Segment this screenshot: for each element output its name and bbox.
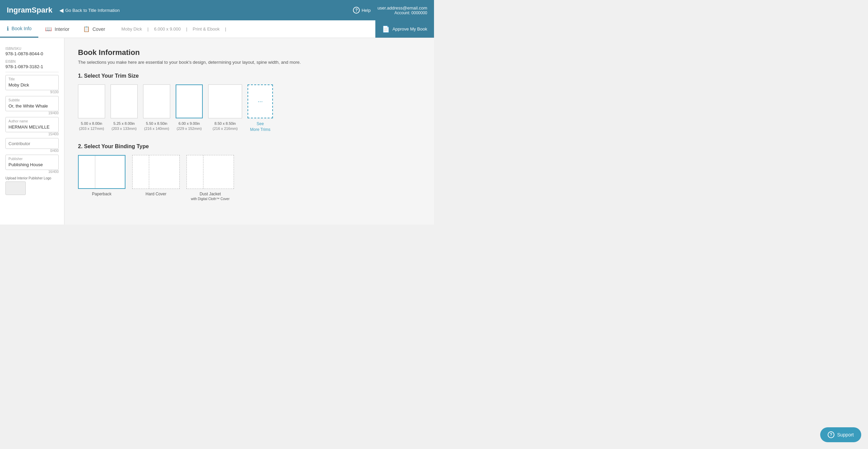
help-icon: ?: [353, 7, 360, 14]
account-number: Account: 0000000: [377, 11, 427, 15]
eisbn-value: 978-1-0879-3182-1: [5, 64, 59, 69]
breadcrumb-sep1: |: [147, 26, 149, 32]
nav-tabs: ℹ Book Info 📖 Interior 📋 Cover Moby Dick…: [0, 20, 434, 38]
trim-item-2[interactable]: 5.50 x 8.50in(216 x 140mm): [143, 84, 170, 133]
publisher-group: Publisher 16/400: [5, 155, 59, 174]
trim-item-4[interactable]: 8.50 x 8.50in(216 x 216mm): [208, 84, 242, 133]
trim-label-0: 5.00 x 8.00in(203 x 127mm): [79, 121, 104, 132]
breadcrumb-sep2: |: [186, 26, 187, 32]
subtitle-input-wrapper: Subtitle: [5, 96, 59, 111]
header-right: ? Help user.address@email.com Account: 0…: [353, 5, 427, 15]
tab-interior-label: Interior: [55, 26, 70, 32]
subtitle-input-label: Subtitle: [8, 98, 56, 102]
trim-item-1[interactable]: 5.25 x 8.00in(203 x 133mm): [111, 84, 138, 133]
author-group: Author name 15/400: [5, 117, 59, 136]
trim-label-2: 5.50 x 8.50in(216 x 140mm): [144, 121, 169, 132]
user-email: user.address@email.com: [377, 5, 427, 11]
publisher-input-label: Publisher: [8, 157, 56, 161]
isbn-label: ISBN/SKU: [5, 47, 59, 51]
back-arrow-icon: ◀: [59, 7, 63, 14]
trim-book-4: [208, 84, 242, 118]
publisher-char-count: 16/400: [5, 170, 59, 174]
trim-more-label: SeeMore Trims: [250, 121, 271, 133]
trim-item-0[interactable]: 5.00 x 8.00in(203 x 127mm): [78, 84, 105, 133]
binding-spine-dustjacket: [203, 155, 204, 189]
publisher-input[interactable]: [8, 162, 56, 167]
binding-item-dustjacket[interactable]: Dust Jacketwith Digital Cloth™ Cover: [186, 155, 234, 201]
binding-label-dustjacket: Dust Jacketwith Digital Cloth™ Cover: [191, 192, 230, 201]
breadcrumb-sep3: |: [225, 26, 226, 32]
approve-icon: 📄: [382, 25, 390, 33]
author-char-count: 15/400: [5, 132, 59, 136]
upload-logo-button[interactable]: [5, 181, 26, 195]
contributor-group: 0/400: [5, 138, 59, 153]
book-info-icon: ℹ: [7, 25, 9, 32]
contributor-input[interactable]: [8, 141, 56, 146]
trim-item-more[interactable]: ··· SeeMore Trims: [248, 84, 273, 133]
author-input-wrapper: Author name: [5, 117, 59, 132]
logo: IngramSpark: [7, 6, 53, 15]
trim-grid: 5.00 x 8.00in(203 x 127mm) 5.25 x 8.00in…: [78, 84, 420, 133]
subtitle-group: Subtitle 19/400: [5, 96, 59, 115]
binding-book-paperback: [78, 155, 125, 189]
help-button[interactable]: ? Help: [353, 7, 371, 14]
binding-item-paperback[interactable]: Paperback: [78, 155, 125, 201]
binding-grid: Paperback Hard Cover Dust Jacketwith Dig…: [78, 155, 420, 201]
cover-icon: 📋: [83, 26, 90, 32]
trim-book-2: [143, 84, 170, 118]
tab-interior[interactable]: 📖 Interior: [38, 20, 76, 38]
trim-label-1: 5.25 x 8.00in(203 x 133mm): [112, 121, 137, 132]
subtitle-char-count: 19/400: [5, 111, 59, 115]
title-input-label: Title: [8, 77, 56, 81]
tab-book-info-label: Book Info: [12, 26, 32, 31]
binding-item-hardcover[interactable]: Hard Cover: [132, 155, 180, 201]
breadcrumb: Moby Dick | 6.000 x 9.000 | Print & Eboo…: [112, 20, 375, 38]
tab-book-info[interactable]: ℹ Book Info: [0, 20, 38, 38]
main-layout: ISBN/SKU 978-1-0878-8044-0 EISBN 978-1-0…: [0, 38, 434, 224]
header: IngramSpark ◀ Go Back to Title Informati…: [0, 0, 434, 20]
trim-book-1: [111, 84, 138, 118]
title-char-count: 9/100: [5, 90, 59, 94]
help-label: Help: [361, 8, 371, 13]
trim-label-3: 6.00 x 9.00in(229 x 152mm): [177, 121, 202, 132]
upload-logo-label: Upload Interior Publisher Logo: [5, 176, 59, 180]
eisbn-label: EISBN: [5, 60, 59, 63]
trim-label-4: 8.50 x 8.50in(216 x 216mm): [213, 121, 238, 132]
tab-cover[interactable]: 📋 Cover: [76, 20, 112, 38]
binding-section-title: 2. Select Your Binding Type: [78, 143, 420, 150]
interior-icon: 📖: [45, 26, 52, 32]
binding-label-paperback: Paperback: [92, 192, 111, 196]
binding-label-hardcover: Hard Cover: [145, 192, 166, 196]
binding-spine-hardcover: [149, 155, 150, 189]
author-input-label: Author name: [8, 119, 56, 123]
binding-book-dustjacket: [186, 155, 234, 189]
page-title: Book Information: [78, 48, 420, 57]
page-subtitle: The selections you make here are essenti…: [78, 60, 420, 65]
isbn-value: 978-1-0878-8044-0: [5, 51, 59, 56]
divider-1: [5, 72, 59, 72]
trim-book-3: [176, 84, 203, 118]
author-input[interactable]: [8, 124, 56, 130]
trim-item-3[interactable]: 6.00 x 9.00in(229 x 152mm): [176, 84, 203, 133]
binding-book-hardcover: [132, 155, 180, 189]
sidebar: ISBN/SKU 978-1-0878-8044-0 EISBN 978-1-0…: [0, 38, 64, 224]
trim-section-title: 1. Select Your Trim Size: [78, 73, 420, 79]
subtitle-input[interactable]: [8, 103, 56, 109]
breadcrumb-dimensions: 6.000 x 9.000: [154, 26, 181, 32]
title-input[interactable]: [8, 82, 56, 87]
trim-book-0: [78, 84, 105, 118]
binding-spine-paperback: [95, 156, 96, 188]
title-input-wrapper: Title: [5, 75, 59, 90]
back-label: Go Back to Title Information: [65, 8, 120, 13]
content-area: Book Information The selections you make…: [64, 38, 434, 224]
contributor-char-count: 0/400: [5, 149, 59, 153]
approve-button[interactable]: 📄 Approve My Book: [375, 20, 434, 38]
breadcrumb-title: Moby Dick: [121, 26, 142, 32]
header-left: IngramSpark ◀ Go Back to Title Informati…: [7, 6, 120, 15]
approve-label: Approve My Book: [392, 26, 427, 32]
breadcrumb-type: Print & Ebook: [193, 26, 220, 32]
trim-book-more: ···: [248, 84, 273, 118]
back-button[interactable]: ◀ Go Back to Title Information: [59, 7, 120, 14]
user-info: user.address@email.com Account: 0000000: [377, 5, 427, 15]
contributor-input-wrapper: [5, 138, 59, 149]
